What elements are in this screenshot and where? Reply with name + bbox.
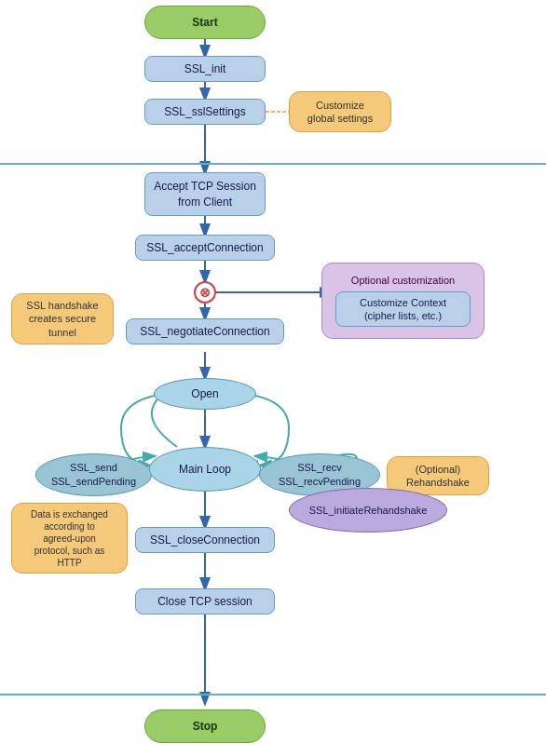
accept-tcp-node: Accept TCP Session from Client	[144, 172, 266, 216]
divider-top	[0, 163, 546, 165]
decision-circle: ⊗	[194, 281, 216, 304]
ssl-rehandshake-node: SSL_initiateRehandshake	[289, 488, 447, 533]
ssl-send-node: SSL_send SSL_sendPending	[35, 453, 152, 496]
close-tcp-node: Close TCP session	[135, 588, 275, 614]
main-loop-node: Main Loop	[149, 447, 261, 492]
ssl-init-node: SSL_init	[144, 56, 266, 82]
connectors-svg	[0, 0, 546, 756]
open-node: Open	[154, 378, 256, 410]
ssl-negotiate-node: SSL_negotiateConnection	[126, 318, 284, 344]
flowchart-diagram: Start SSL_init SSL_sslSettings Customize…	[0, 0, 546, 756]
ssl-accept-node: SSL_acceptConnection	[135, 235, 275, 261]
optional-customization-box: Optional customization Customize Context…	[321, 263, 485, 339]
ssl-handshake-annotation: SSL handshake creates secure tunnel	[11, 293, 114, 344]
ssl-close-node: SSL_closeConnection	[135, 527, 275, 553]
divider-bottom	[0, 694, 546, 695]
ssl-settings-node: SSL_sslSettings	[144, 99, 266, 125]
start-node: Start	[144, 6, 266, 39]
customize-context-inner: Customize Context (cipher lists, etc.)	[335, 291, 471, 327]
stop-node: Stop	[144, 709, 266, 743]
data-exchanged-annotation: Data is exchanged according to agreed-up…	[11, 503, 128, 574]
customize-global-annotation: Customize global settings	[289, 91, 391, 132]
